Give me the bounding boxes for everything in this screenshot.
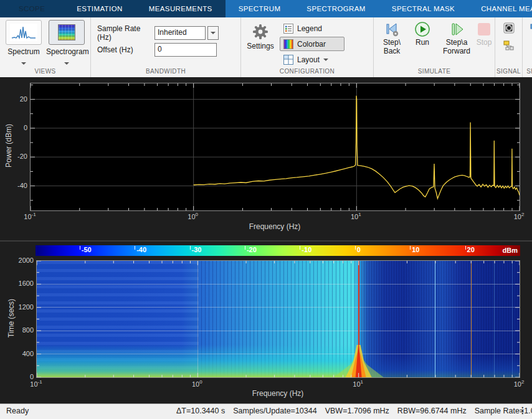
status-rbw: RBW=96.6744 mHz bbox=[397, 407, 467, 415]
stop-button[interactable]: Stop bbox=[473, 21, 495, 47]
y-tick-label: 1600 bbox=[7, 280, 34, 287]
status-stats: ΔT=10.3440 s Samples/Update=10344 VBW=1.… bbox=[176, 407, 532, 415]
step-back-icon bbox=[384, 21, 400, 37]
section-label-configuration: CONFIGURATION bbox=[241, 68, 373, 77]
spectrum-icon bbox=[6, 20, 42, 45]
y-tick-label: 800 bbox=[7, 326, 34, 334]
sample-rate-label: Sample Rate (Hz) bbox=[97, 24, 154, 42]
spectrogram-plot-area[interactable] bbox=[36, 260, 520, 378]
x-tick-label: 10-1 bbox=[21, 212, 39, 220]
sample-rate-dropdown-button[interactable] bbox=[207, 26, 219, 40]
colorbar-tick: -50 bbox=[80, 246, 92, 253]
y-tick-label: 0 bbox=[7, 373, 34, 380]
colorbar-tick: -20 bbox=[245, 246, 257, 253]
chevron-down-icon bbox=[211, 32, 216, 34]
offset-input[interactable]: 0 bbox=[154, 43, 217, 57]
x-tick-label: 100 bbox=[184, 212, 202, 220]
y-tick-label: 400 bbox=[7, 350, 34, 357]
colorbar-tick: 0 bbox=[355, 246, 361, 253]
colorbar-tick: -10 bbox=[300, 246, 311, 253]
spectrogram-x-axis-label: Frequency (Hz) bbox=[216, 389, 340, 398]
run-button[interactable]: Run bbox=[409, 21, 436, 47]
legend-icon bbox=[283, 24, 293, 34]
spectrum-view-button[interactable]: Spectrum bbox=[3, 20, 44, 67]
sample-rate-select[interactable]: Inherited bbox=[154, 26, 206, 40]
step-forward-icon bbox=[449, 21, 465, 37]
copy-window-button[interactable] bbox=[530, 22, 532, 34]
spectrum-plot-area[interactable] bbox=[30, 83, 520, 211]
step-back-label-line1: Step\ bbox=[374, 38, 410, 47]
status-ready: Ready bbox=[6, 407, 29, 415]
x-tick-label: 102 bbox=[510, 212, 528, 220]
section-label-views: VIEWS bbox=[0, 68, 90, 77]
tab-spectrogram[interactable]: SPECTROGRAM bbox=[293, 0, 379, 17]
chevron-down-icon[interactable] bbox=[21, 62, 26, 65]
tab-spectrum[interactable]: SPECTRUM bbox=[226, 0, 294, 17]
status-bar: Ready ΔT=10.3440 s Samples/Update=10344 … bbox=[0, 403, 532, 419]
chevron-down-icon[interactable] bbox=[64, 62, 69, 65]
spectrum-analyzer-window: SCOPE ESTIMATION MEASUREMENTS SPECTRUM S… bbox=[0, 0, 532, 419]
colorbar-tick: 10 bbox=[410, 246, 419, 253]
record-icon bbox=[503, 22, 515, 34]
colorbar-unit-label: dBm bbox=[503, 247, 518, 254]
colorbar[interactable]: dBm -50-40-30-20-1001020 bbox=[36, 245, 520, 256]
signal-selector-button[interactable] bbox=[503, 40, 515, 54]
spectrogram-icon bbox=[49, 20, 85, 45]
spectrum-view-label: Spectrum bbox=[3, 47, 44, 56]
spectrogram-panel: dBm -50-40-30-20-1001020 Time (secs) Fre… bbox=[0, 240, 532, 403]
tab-scope[interactable]: SCOPE bbox=[0, 0, 64, 17]
copy-layout-icon bbox=[530, 23, 532, 34]
offset-label: Offset (Hz) bbox=[97, 45, 154, 54]
run-label: Run bbox=[409, 38, 436, 47]
x-tick-label: 101 bbox=[349, 379, 368, 388]
run-icon bbox=[414, 21, 430, 37]
tab-spectral-mask[interactable]: SPECTRAL MASK bbox=[379, 0, 468, 17]
tab-estimation[interactable]: ESTIMATION bbox=[64, 0, 135, 17]
status-samples-per-update: Samples/Update=10344 bbox=[233, 407, 316, 415]
toolstrip: Spectrum Spectrogram VIEWS Sample Rate (… bbox=[0, 17, 532, 77]
status-delta-t: ΔT=10.3440 s bbox=[176, 407, 225, 415]
y-tick-label: 1200 bbox=[7, 303, 34, 311]
section-share: SHARE bbox=[523, 17, 532, 77]
legend-label: Legend bbox=[297, 24, 322, 33]
section-views: Spectrum Spectrogram VIEWS bbox=[0, 17, 91, 77]
layout-button[interactable]: Layout bbox=[280, 52, 344, 67]
chevron-down-icon bbox=[323, 59, 328, 61]
gear-icon bbox=[252, 24, 268, 40]
settings-button[interactable]: Settings bbox=[244, 24, 277, 50]
settings-label: Settings bbox=[244, 42, 277, 50]
spectrum-y-axis-label: Power (dBm) bbox=[4, 102, 13, 189]
colorbar-tick: -40 bbox=[135, 246, 146, 253]
y-tick-label: 2000 bbox=[7, 257, 34, 264]
section-label-bandwidth: BANDWIDTH bbox=[91, 68, 240, 77]
signal-connect-icon bbox=[503, 40, 515, 51]
x-tick-label: 101 bbox=[346, 212, 365, 220]
tab-channel-measurements[interactable]: CHANNEL MEASUREMENTS bbox=[468, 0, 532, 17]
tab-measurements[interactable]: MEASUREMENTS bbox=[136, 0, 226, 17]
x-tick-label: 102 bbox=[510, 379, 528, 388]
record-button[interactable] bbox=[503, 22, 515, 36]
layout-icon bbox=[283, 55, 293, 65]
y-tick-label: 20 bbox=[1, 95, 27, 103]
spectrum-plot-canvas bbox=[31, 83, 520, 210]
toolstrip-tabbar: SCOPE ESTIMATION MEASUREMENTS SPECTRUM S… bbox=[0, 0, 532, 17]
stop-icon bbox=[478, 23, 490, 35]
step-forward-label-line2: Forward bbox=[437, 47, 476, 55]
spectrogram-y-axis-label: Time (secs) bbox=[7, 275, 16, 362]
x-tick-label: 100 bbox=[188, 379, 206, 388]
colorbar-tick: 20 bbox=[465, 246, 475, 253]
status-vbw: VBW=1.7096 mHz bbox=[325, 407, 389, 415]
status-menu-button[interactable]: ⋮ bbox=[518, 405, 527, 415]
legend-toggle[interactable]: Legend bbox=[280, 21, 344, 35]
spectrogram-view-button[interactable]: Spectrogram bbox=[46, 20, 87, 67]
y-tick-label: -20 bbox=[1, 153, 27, 160]
section-label-signal: SIGNAL bbox=[495, 68, 522, 77]
step-back-button[interactable]: Step\ Back bbox=[374, 21, 410, 55]
colorbar-toggle[interactable]: Colorbar bbox=[280, 37, 344, 51]
step-forward-label-line1: Step\a bbox=[437, 38, 476, 47]
y-tick-label: -40 bbox=[1, 182, 27, 189]
step-forward-button[interactable]: Step\a Forward bbox=[437, 21, 476, 55]
layout-label: Layout bbox=[297, 55, 320, 64]
section-signal: SIGNAL bbox=[495, 17, 523, 77]
spectrum-x-axis-label: Frequency (Hz) bbox=[212, 222, 337, 231]
